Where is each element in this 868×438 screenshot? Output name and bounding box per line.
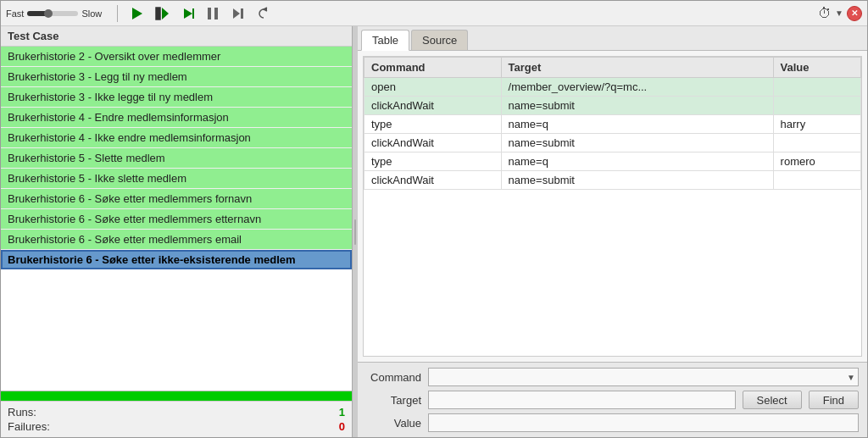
test-item[interactable]: Brukerhistorie 3 - Legg til ny medlem <box>1 67 352 87</box>
value-label: Value <box>366 417 421 430</box>
play-all-button[interactable] <box>152 4 172 23</box>
cell-value: romero <box>773 152 860 171</box>
cell-command: type <box>364 115 502 134</box>
svg-rect-4 <box>192 8 194 19</box>
command-select-wrapper: ▼ <box>428 368 859 386</box>
test-item[interactable]: Brukerhistorie 4 - Endre medlemsinformas… <box>1 108 352 128</box>
progress-area <box>1 391 352 401</box>
dropdown-arrow[interactable]: ▼ <box>835 8 843 18</box>
test-item[interactable]: Brukerhistorie 2 - Oversikt over medlemm… <box>1 47 352 67</box>
main-window: Fast Slow <box>0 0 868 438</box>
stats-area: Runs: 1 Failures: 0 <box>1 401 352 437</box>
table-header-row: Command Target Value <box>364 58 861 78</box>
test-item[interactable]: Brukerhistorie 5 - Ikke slette medlem <box>1 169 352 189</box>
tab-table[interactable]: Table <box>361 30 409 51</box>
command-table: Command Target Value open/member_overvie… <box>364 57 861 190</box>
clock-icon: ⏱ <box>818 6 832 21</box>
toolbar: Fast Slow <box>1 1 867 26</box>
cell-target: name=submit <box>501 171 773 190</box>
table-row[interactable]: clickAndWaitname=submit <box>364 171 861 190</box>
test-case-header: Test Case <box>1 26 352 47</box>
cell-target: name=submit <box>501 134 773 152</box>
close-button[interactable]: ✕ <box>847 6 862 21</box>
cell-value <box>773 171 860 190</box>
cell-target: name=q <box>501 152 773 171</box>
test-list: Brukerhistorie 2 - Oversikt over medlemm… <box>1 47 352 391</box>
command-label: Command <box>366 371 421 384</box>
cell-command: clickAndWait <box>364 171 502 190</box>
test-item[interactable]: Brukerhistorie 6 - Søke etter ikke-eksis… <box>1 250 352 269</box>
runs-row: Runs: 1 <box>8 405 345 419</box>
cell-command: clickAndWait <box>364 134 502 152</box>
runs-value: 1 <box>339 406 345 419</box>
tab-source[interactable]: Source <box>411 30 468 50</box>
cell-command: clickAndWait <box>364 97 502 115</box>
find-button[interactable]: Find <box>809 391 859 409</box>
speed-slider[interactable] <box>27 11 78 16</box>
fast-label: Fast <box>6 8 24 19</box>
test-item[interactable]: Brukerhistorie 6 - Søke etter medlemmers… <box>1 230 352 250</box>
cell-target: name=q <box>501 115 773 134</box>
svg-marker-2 <box>162 8 169 19</box>
failures-value: 0 <box>339 420 345 433</box>
form-area: Command ▼ Target Select Find <box>358 362 867 437</box>
col-value: Value <box>773 58 860 78</box>
left-panel: Test Case Brukerhistorie 2 - Oversikt ov… <box>1 26 353 437</box>
failures-row: Failures: 0 <box>8 419 345 434</box>
cell-target: /member_overview/?q=mc... <box>501 78 773 97</box>
speed-control: Fast Slow <box>6 8 102 19</box>
runs-label: Runs: <box>8 406 36 419</box>
table-row[interactable]: typename=qromero <box>364 152 861 171</box>
table-area[interactable]: Command Target Value open/member_overvie… <box>363 56 862 357</box>
cell-value <box>773 78 860 97</box>
svg-rect-8 <box>241 8 243 19</box>
target-row: Target Select Find <box>366 391 859 409</box>
divider-inner <box>354 219 356 245</box>
svg-rect-5 <box>208 8 211 19</box>
col-target: Target <box>501 58 773 78</box>
failures-label: Failures: <box>8 420 50 433</box>
cell-value <box>773 97 860 115</box>
table-row[interactable]: typename=qharry <box>364 115 861 134</box>
svg-marker-0 <box>132 8 142 19</box>
svg-rect-6 <box>214 8 218 19</box>
command-row: Command ▼ <box>366 368 859 386</box>
tabs: TableSource <box>358 26 867 51</box>
table-row[interactable]: clickAndWaitname=submit <box>364 134 861 152</box>
col-command: Command <box>364 58 502 78</box>
cell-value <box>773 134 860 152</box>
svg-marker-7 <box>233 8 240 19</box>
test-item[interactable]: Brukerhistorie 5 - Slette medlem <box>1 148 352 169</box>
table-row[interactable]: clickAndWaitname=submit <box>364 97 861 115</box>
step-button[interactable] <box>228 4 248 23</box>
play-button[interactable] <box>126 4 147 23</box>
play-current-button[interactable] <box>177 4 198 23</box>
target-input[interactable] <box>428 391 736 409</box>
cell-command: open <box>364 78 502 97</box>
rollup-button[interactable] <box>253 4 274 23</box>
table-row[interactable]: open/member_overview/?q=mc... <box>364 78 861 97</box>
progress-bar <box>1 391 352 401</box>
svg-marker-3 <box>184 8 192 19</box>
cell-target: name=submit <box>501 97 773 115</box>
main-content: Test Case Brukerhistorie 2 - Oversikt ov… <box>1 26 867 437</box>
toolbar-right: ⏱ ▼ ✕ <box>818 6 862 21</box>
table-body: open/member_overview/?q=mc...clickAndWai… <box>364 78 861 190</box>
value-input[interactable] <box>428 413 859 432</box>
svg-rect-1 <box>156 8 160 19</box>
right-panel: TableSource Command Target Value open/me… <box>358 26 867 437</box>
value-row: Value <box>366 413 859 432</box>
test-item[interactable]: Brukerhistorie 6 - Søke etter medlemmers… <box>1 209 352 230</box>
cell-value: harry <box>773 115 860 134</box>
test-item[interactable]: Brukerhistorie 3 - Ikke legge til ny med… <box>1 87 352 108</box>
pause-button[interactable] <box>203 4 223 23</box>
slow-label: Slow <box>81 8 102 19</box>
sep-1 <box>117 5 118 22</box>
target-label: Target <box>366 394 421 407</box>
select-button[interactable]: Select <box>743 391 802 409</box>
cell-command: type <box>364 152 502 171</box>
command-select[interactable] <box>428 368 859 386</box>
test-item[interactable]: Brukerhistorie 6 - Søke etter medlemmers… <box>1 189 352 209</box>
test-item[interactable]: Brukerhistorie 4 - Ikke endre medlemsinf… <box>1 128 352 148</box>
